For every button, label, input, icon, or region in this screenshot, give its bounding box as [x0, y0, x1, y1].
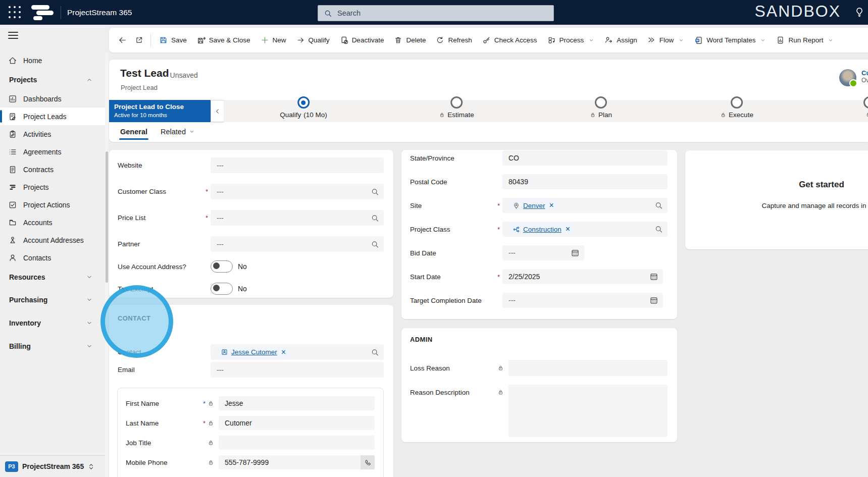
remove-chip-icon[interactable]: × [566, 225, 570, 233]
save-button[interactable]: Save [154, 32, 192, 49]
sidebar-group-inventory[interactable]: Inventory [0, 314, 105, 332]
email-input[interactable]: --- [211, 362, 384, 378]
job-title-input[interactable] [219, 436, 375, 450]
owner-avatar[interactable] [839, 69, 856, 86]
scrollbar-thumb[interactable] [106, 151, 108, 283]
use-account-address-toggle[interactable] [211, 260, 233, 273]
app-logo-icon[interactable] [31, 4, 54, 21]
mobile-phone-input[interactable]: 555-787-9999 [219, 455, 375, 469]
sidebar-group-resources[interactable]: Resources [0, 268, 105, 286]
postal-code-input[interactable]: 80439 [502, 174, 668, 189]
global-search[interactable] [318, 5, 554, 21]
deactivate-button[interactable]: Deactivate [335, 32, 389, 49]
bpf-stage-qualify[interactable]: Qualify(10 Mo) [280, 100, 327, 119]
bpf-stage-estimate[interactable]: Estimate [439, 100, 474, 119]
lookup-search-icon[interactable] [654, 225, 663, 234]
reason-description-input[interactable] [508, 385, 668, 437]
remove-chip-icon[interactable]: × [549, 201, 554, 209]
run-report-button[interactable]: Run Report [771, 32, 839, 49]
process-stage-track: Qualify(10 Mo) Estimate Plan Execute [224, 100, 868, 122]
site-chip[interactable]: Denver × [508, 200, 558, 211]
qualify-button[interactable]: Qualify [291, 32, 335, 49]
lightbulb-icon[interactable] [854, 7, 865, 18]
website-input[interactable]: --- [211, 157, 384, 173]
calendar-icon[interactable] [649, 272, 658, 281]
partner-lookup[interactable]: --- [211, 236, 384, 252]
sidebar-item-home[interactable]: Home [0, 51, 105, 69]
switch-app-icon[interactable] [87, 462, 95, 471]
sidebar-collapse-icon[interactable] [8, 32, 18, 39]
sidebar-item-account-addresses[interactable]: Account Addresses [0, 231, 105, 249]
lookup-search-icon[interactable] [371, 240, 379, 248]
state-province-input[interactable]: CO [502, 150, 668, 166]
back-button[interactable] [114, 32, 131, 49]
start-date-input[interactable]: 2/25/2025 [502, 269, 663, 284]
lookup-search-icon[interactable] [371, 214, 379, 222]
process-icon [547, 36, 556, 44]
calendar-icon[interactable] [571, 248, 580, 257]
flow-button[interactable]: Flow [642, 32, 690, 49]
sidebar-group-purchasing[interactable]: Purchasing [0, 291, 105, 308]
sidebar-item-project-actions[interactable]: Project Actions [0, 196, 105, 214]
search-input[interactable] [336, 9, 530, 18]
word-templates-button[interactable]: Word Templates [689, 32, 771, 49]
sidebar-group-billing[interactable]: Billing [0, 337, 105, 355]
tax-exempt-toggle[interactable] [211, 283, 233, 295]
last-name-input[interactable]: Cutomer [219, 416, 375, 430]
project-class-lookup[interactable]: Construction × [502, 222, 668, 237]
customer-class-lookup[interactable]: --- [211, 184, 384, 199]
site-link[interactable]: Denver [523, 202, 545, 209]
sidebar-item-agreements[interactable]: Agreements [0, 143, 105, 161]
contact-quick-form: First Name * Jesse Last Name * Cutomer J… [117, 388, 384, 477]
check-access-button[interactable]: Check Access [477, 32, 542, 49]
app-launcher-icon[interactable] [7, 5, 23, 21]
clipboard-icon [8, 130, 17, 139]
sidebar-item-contracts[interactable]: Contracts [0, 161, 105, 178]
lookup-search-icon[interactable] [371, 187, 379, 196]
project-class-link[interactable]: Construction [523, 226, 561, 233]
calendar-icon[interactable] [649, 296, 658, 305]
save-and-close-button[interactable]: Save & Close [192, 32, 256, 49]
bpf-stage-execute[interactable]: Execute [720, 100, 753, 119]
owner-link[interactable]: Cu [861, 69, 868, 77]
bpf-stage-plan[interactable]: Plan [590, 100, 612, 119]
process-button[interactable]: Process [542, 32, 600, 49]
sidebar-group-projects[interactable]: Projects [0, 71, 105, 88]
project-class-chip[interactable]: Construction × [508, 224, 574, 235]
tab-general[interactable]: General [120, 128, 147, 140]
lookup-search-icon[interactable] [654, 201, 663, 210]
branch-icon [513, 226, 520, 233]
loss-reason-input[interactable] [508, 360, 668, 376]
process-name-box[interactable]: Project Lead to Close Active for 10 mont… [109, 100, 211, 122]
sidebar-item-activities[interactable]: Activities [0, 125, 105, 143]
contact-link[interactable]: Jesse Cutomer [231, 348, 277, 356]
sidebar-item-dashboards[interactable]: Dashboards [0, 90, 105, 108]
open-in-new-window-button[interactable] [131, 32, 147, 49]
field-tax-exempt: Tax Exempt No [118, 283, 384, 295]
sidebar-item-contacts[interactable]: Contacts [0, 249, 105, 267]
contact-lookup[interactable]: Jesse Cutomer × [211, 344, 384, 360]
call-phone-button[interactable] [361, 455, 375, 469]
refresh-button[interactable]: Refresh [431, 32, 477, 49]
price-list-lookup[interactable]: --- [211, 210, 384, 226]
process-collapse-button[interactable] [211, 100, 224, 122]
bid-date-input[interactable]: --- [502, 245, 584, 260]
first-name-input[interactable]: Jesse [219, 396, 375, 410]
contact-chip[interactable]: Jesse Cutomer × [217, 347, 290, 358]
new-button[interactable]: New [256, 32, 291, 49]
tab-related[interactable]: Related [161, 128, 195, 140]
record-title: Test Lead [120, 67, 169, 79]
target-completion-date-input[interactable]: --- [502, 293, 663, 308]
sidebar-item-project-leads[interactable]: Project Leads [0, 108, 105, 125]
assign-button[interactable]: Assign [599, 32, 642, 49]
sidebar-item-accounts[interactable]: Accounts [0, 214, 105, 231]
bpf-stage-next[interactable] [863, 100, 868, 118]
sidebar-item-projects[interactable]: Projects [0, 178, 105, 196]
environment-switcher[interactable]: P3 ProjectStream 365 [0, 455, 105, 477]
lookup-search-icon[interactable] [371, 348, 379, 356]
remove-chip-icon[interactable]: × [281, 348, 286, 356]
assign-icon [604, 36, 613, 44]
delete-button[interactable]: Delete [389, 32, 431, 49]
site-lookup[interactable]: Denver × [502, 198, 668, 213]
owner-role: Ov [861, 77, 868, 84]
